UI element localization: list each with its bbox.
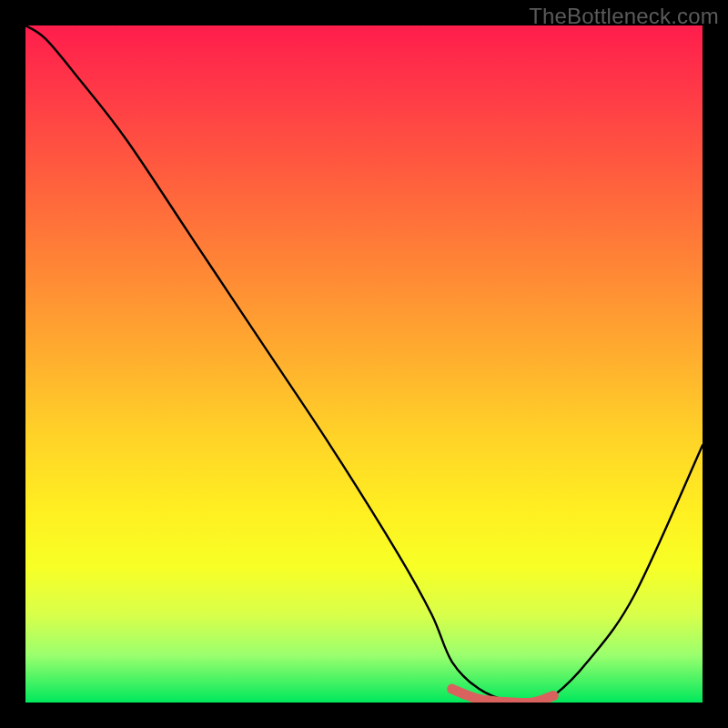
chart-frame: TheBottleneck.com bbox=[0, 0, 728, 728]
optimal-range-marker bbox=[452, 689, 554, 703]
bottleneck-curve bbox=[25, 25, 703, 703]
plot-area bbox=[25, 25, 703, 703]
curve-overlay bbox=[25, 25, 703, 703]
